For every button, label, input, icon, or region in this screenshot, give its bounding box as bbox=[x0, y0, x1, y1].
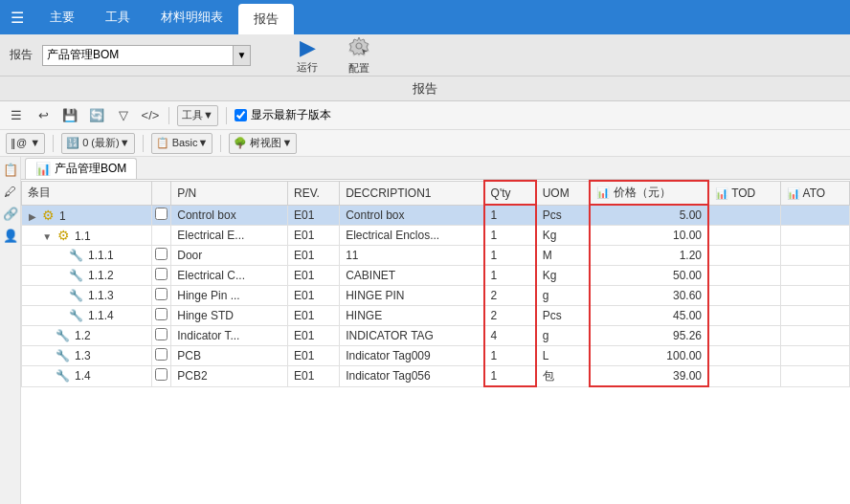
config-label: 配置 bbox=[348, 61, 369, 76]
cell-pn: Electrical E... bbox=[171, 225, 288, 245]
cell-desc: 11 bbox=[340, 245, 484, 265]
cell-ato bbox=[780, 285, 849, 305]
cell-desc: CABINET bbox=[340, 265, 484, 285]
th-desc: DECCRIPTION1 bbox=[340, 181, 484, 205]
cell-rev: E01 bbox=[288, 265, 340, 285]
th-tod: 📊 TOD bbox=[708, 181, 780, 205]
cell-uom: g bbox=[536, 325, 591, 345]
undo-btn[interactable]: ↩ bbox=[33, 105, 54, 126]
menu-tab-tools[interactable]: 工具 bbox=[90, 0, 145, 34]
filter-btn[interactable]: ▽ bbox=[113, 105, 134, 126]
cell-tod bbox=[708, 225, 780, 245]
row-checkbox[interactable] bbox=[155, 348, 168, 361]
tools-btn[interactable]: 工具▼ bbox=[177, 105, 218, 126]
cell-desc: Indicator Tag009 bbox=[340, 345, 484, 365]
refresh-btn[interactable]: 🔄 bbox=[86, 105, 107, 126]
bom-table: 条目 P/N REV. DECCRIPTION1 Q'ty UOM 📊 价格（元… bbox=[21, 180, 850, 387]
cell-check bbox=[152, 285, 171, 305]
cell-qty: 2 bbox=[484, 285, 536, 305]
cell-ato bbox=[780, 205, 849, 225]
report-select-input[interactable] bbox=[42, 45, 234, 66]
cell-ato bbox=[780, 245, 849, 265]
cell-price: 30.60 bbox=[590, 285, 708, 305]
sidebar-icon-user[interactable]: 👤 bbox=[3, 229, 18, 243]
section-title: 报告 bbox=[0, 77, 850, 101]
cell-item: 🔧 1.1.1 bbox=[22, 245, 152, 265]
cell-price: 100.00 bbox=[590, 345, 708, 365]
table-header-row: 条目 P/N REV. DECCRIPTION1 Q'ty UOM 📊 价格（元… bbox=[22, 181, 850, 205]
row-checkbox[interactable] bbox=[155, 248, 168, 260]
bom-tab[interactable]: 📊 产品管理BOM bbox=[25, 158, 137, 179]
cell-item: 🔧 1.2 bbox=[22, 325, 152, 345]
cell-ato bbox=[780, 265, 849, 285]
menu-tab-main[interactable]: 主要 bbox=[34, 0, 90, 34]
action-buttons: ▶ 运行 配置 bbox=[289, 33, 377, 77]
cell-item: 🔧 1.4 bbox=[22, 365, 152, 386]
cell-pn: Electrical C... bbox=[171, 265, 288, 285]
code-btn[interactable]: </> bbox=[140, 105, 161, 126]
item-num: 1.3 bbox=[75, 349, 91, 362]
cell-price: 10.00 bbox=[590, 225, 708, 245]
sidebar-icon-link[interactable]: 🔗 bbox=[3, 207, 18, 221]
row-checkbox[interactable] bbox=[155, 328, 168, 340]
newest-btn[interactable]: 🔢 0 (最新)▼ bbox=[61, 133, 134, 154]
cell-pn: Door bbox=[171, 245, 288, 265]
sidebar-icon-edit[interactable]: 🖊 bbox=[4, 185, 16, 199]
report-dropdown-btn[interactable]: ▼ bbox=[234, 45, 251, 66]
sidebar-icon-clipboard[interactable]: 📋 bbox=[3, 163, 18, 177]
cell-price: 45.00 bbox=[590, 305, 708, 325]
cell-item: 🔧 1.1.3 bbox=[22, 285, 152, 305]
th-qty: Q'ty bbox=[484, 181, 536, 205]
report-select-group: ▼ bbox=[42, 45, 251, 66]
th-check bbox=[152, 181, 171, 205]
menu-icon[interactable]: ☰ bbox=[6, 105, 27, 126]
cell-rev: E01 bbox=[288, 245, 340, 265]
row-checkbox[interactable] bbox=[155, 308, 168, 320]
row-checkbox[interactable] bbox=[155, 368, 168, 381]
item-num: 1.1.1 bbox=[88, 249, 114, 262]
cell-check bbox=[152, 205, 171, 225]
menu-tab-bom[interactable]: 材料明细表 bbox=[145, 0, 238, 34]
tree-btn[interactable]: 🌳 树视图▼ bbox=[229, 133, 297, 154]
cell-rev: E01 bbox=[288, 205, 340, 225]
show-latest-label: 显示最新子版本 bbox=[251, 107, 331, 123]
run-button[interactable]: ▶ 运行 bbox=[289, 33, 325, 77]
save-btn[interactable]: 💾 bbox=[59, 105, 80, 126]
item-num: 1.4 bbox=[75, 369, 91, 383]
cell-tod bbox=[708, 265, 780, 285]
table-row: 🔧 1.1.3 Hinge Pin ... E01 HINGE PIN 2 g … bbox=[22, 285, 850, 305]
cell-qty: 2 bbox=[484, 305, 536, 325]
cell-check bbox=[152, 245, 171, 265]
bom-tab-icon: 📊 bbox=[35, 162, 51, 176]
cell-check bbox=[152, 345, 171, 365]
cell-desc: Indicator Tag056 bbox=[340, 365, 484, 386]
cell-uom: Kg bbox=[536, 265, 591, 285]
table-row: 🔧 1.1.1 Door E01 11 1 M 1.20 bbox=[22, 245, 850, 265]
cell-item: 🔧 1.1.4 bbox=[22, 305, 152, 325]
menu-tab-report[interactable]: 报告 bbox=[238, 4, 294, 34]
table-row: 🔧 1.2 Indicator T... E01 INDICATOR TAG 4… bbox=[22, 325, 850, 345]
basic-btn[interactable]: 📋 Basic▼ bbox=[151, 133, 213, 154]
cell-qty: 1 bbox=[484, 225, 536, 245]
config-button[interactable]: 配置 bbox=[341, 33, 377, 77]
config-icon bbox=[348, 35, 369, 61]
cell-tod bbox=[708, 285, 780, 305]
row-checkbox[interactable] bbox=[155, 268, 168, 280]
tree-toggle[interactable]: ▶ bbox=[29, 211, 36, 222]
cell-qty: 1 bbox=[484, 265, 536, 285]
th-rev: REV. bbox=[288, 181, 340, 205]
item-num: 1.1.2 bbox=[88, 269, 114, 282]
item-num: 1.1.3 bbox=[88, 289, 114, 302]
th-price: 📊 价格（元） bbox=[590, 181, 708, 205]
show-latest-checkbox[interactable] bbox=[235, 109, 247, 121]
tree-toggle[interactable]: ▼ bbox=[42, 231, 52, 242]
cell-uom: Pcs bbox=[536, 205, 591, 225]
row-checkbox[interactable] bbox=[155, 288, 168, 300]
cell-item: 🔧 1.3 bbox=[22, 345, 152, 365]
toolbar-2: ‖@ ▼ 🔢 0 (最新)▼ 📋 Basic▼ 🌳 树视图▼ bbox=[0, 130, 850, 157]
at-btn[interactable]: ‖@ ▼ bbox=[6, 133, 45, 154]
cell-uom: M bbox=[536, 245, 591, 265]
show-latest-check: 显示最新子版本 bbox=[235, 107, 331, 123]
row-checkbox[interactable] bbox=[155, 208, 168, 220]
cell-desc: HINGE bbox=[340, 305, 484, 325]
